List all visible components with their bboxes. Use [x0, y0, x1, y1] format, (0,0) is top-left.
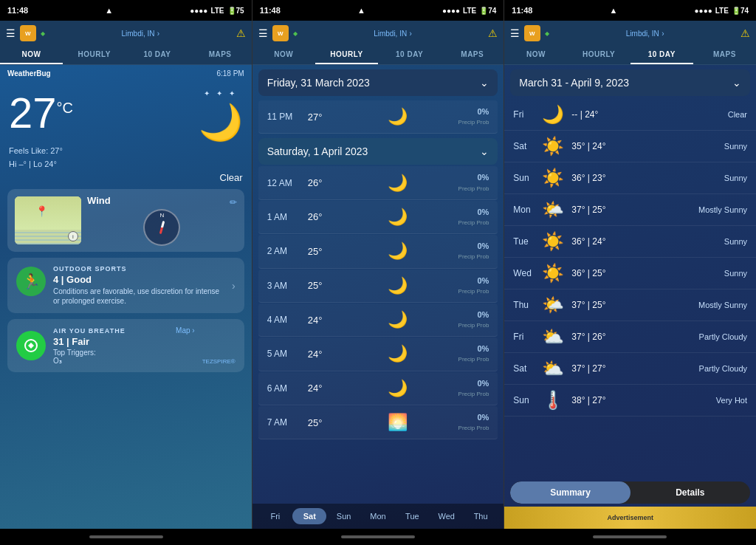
gps-dot-2: ◆ — [293, 30, 298, 37]
hourly-row-4am: 4 AM 24° 🌙 0% Precip Prob — [258, 304, 498, 337]
home-bar-1 — [89, 535, 163, 538]
hourly-scroll[interactable]: Friday, 31 March 2023 ⌄ 11 PM 27° 🌙 0% P… — [252, 65, 504, 504]
section2-chevron[interactable]: ⌄ — [480, 145, 489, 157]
warning-icon-2[interactable]: ⚠ — [488, 27, 498, 39]
day-sun[interactable]: Sun — [326, 508, 360, 524]
tenday-condition: Sunny — [724, 142, 747, 151]
tab-10day-1[interactable]: 10 DAY — [126, 46, 188, 64]
wind-label: Wind — [87, 195, 111, 206]
hourly-precip-11pm: 0% Precip Prob — [458, 107, 489, 126]
air-icon — [16, 331, 46, 360]
tenday-temps: 35° | 24° — [567, 141, 724, 151]
tab-10day-3[interactable]: 10 DAY — [630, 46, 693, 64]
location-label-3[interactable]: Limbdi, IN › — [554, 28, 736, 38]
tenday-chevron[interactable]: ⌄ — [732, 77, 741, 89]
lte-label-1: LTE — [210, 7, 224, 15]
tab-hourly-3[interactable]: HOURLY — [568, 46, 630, 64]
section1-chevron[interactable]: ⌄ — [480, 77, 489, 89]
tab-now-1[interactable]: NOW — [0, 46, 63, 64]
now-condition: Clear — [0, 172, 252, 183]
outdoor-sports-card[interactable]: 🏃 OUTDOOR SPORTS 4 | Good Conditions are… — [7, 258, 244, 313]
edit-icon[interactable]: ✏ — [230, 197, 237, 208]
day-tue[interactable]: Tue — [395, 508, 429, 524]
warning-icon-1[interactable]: ⚠ — [236, 27, 246, 39]
tenday-row-fri1: Fri 🌙 -- | 24° Clear — [504, 99, 756, 131]
tenday-icon: ⛅ — [539, 358, 567, 379]
air-sponsor-logo: TEZSPIRE® — [202, 358, 236, 365]
tab-bar-1: NOW HOURLY 10 DAY MAPS — [0, 46, 252, 65]
tab-now-2[interactable]: NOW — [252, 46, 315, 64]
weather-stars: ✦ ✦ ✦ — [204, 89, 237, 97]
now-details: Feels Like: 27° Hi –° | Lo 24° — [0, 143, 252, 172]
tab-hourly-2[interactable]: HOURLY — [315, 46, 378, 64]
tenday-icon: ☀️ — [539, 263, 567, 284]
status-right-3: ●●●● LTE 🔋74 — [695, 7, 749, 15]
day-wed[interactable]: Wed — [430, 508, 464, 524]
tenday-scroll[interactable]: Fri 🌙 -- | 24° Clear Sat ☀️ 35° | 24° Su… — [504, 99, 756, 479]
battery-1: 🔋75 — [227, 7, 244, 15]
status-right-1: ●●●● LTE 🔋75 — [190, 7, 244, 15]
hourly-section2-header: Saturday, 1 April 2023 ⌄ — [258, 138, 498, 165]
tenday-icon: 🌤️ — [539, 199, 567, 220]
hourly-precip: 0% Precip Prob — [458, 276, 489, 295]
tab-now-3[interactable]: NOW — [504, 46, 567, 64]
tab-maps-1[interactable]: MAPS — [189, 46, 252, 64]
menu-icon-2[interactable]: ☰ — [258, 27, 268, 39]
warning-icon-3[interactable]: ⚠ — [740, 27, 750, 39]
air-quality-card[interactable]: AIR YOU BREATHE Map › 31 | Fair Top Trig… — [7, 319, 244, 372]
menu-icon-1[interactable]: ☰ — [6, 27, 16, 39]
summary-details-bar: Summary Details — [510, 481, 750, 504]
time-3: 11:48 — [512, 6, 532, 15]
location-label-1[interactable]: Limbdi, IN › — [49, 28, 232, 38]
tenday-condition: Very Hot — [716, 396, 747, 405]
hourly-row-1am: 1 AM 26° 🌙 0% Precip Prob — [258, 201, 498, 234]
details-button[interactable]: Details — [630, 481, 750, 504]
summary-button[interactable]: Summary — [510, 481, 630, 504]
now-app-bar: WeatherBug 6:18 PM — [0, 65, 252, 79]
location-label-2[interactable]: Limbdi, IN › — [302, 28, 484, 38]
tab-maps-3[interactable]: MAPS — [693, 46, 756, 64]
tab-hourly-1[interactable]: HOURLY — [63, 46, 126, 64]
tenday-icon: ☀️ — [539, 231, 567, 252]
hourly-temp-11pm: 27° — [308, 112, 337, 123]
wind-map[interactable]: 📍 i — [15, 196, 81, 244]
hourly-header: ☰ W ◆ Limbdi, IN › ⚠ — [252, 21, 504, 46]
tenday-row-sun2: Sun 🌡️ 38° | 27° Very Hot — [504, 385, 756, 417]
day-thu[interactable]: Thu — [464, 508, 498, 524]
hourly-temp: 24° — [308, 315, 337, 326]
weatherbug-logo-3: W — [524, 25, 540, 41]
hourly-temp: 25° — [308, 246, 337, 257]
status-bar: 11:48 ▲ ●●●● LTE 🔋75 11:48 ▲ ●●●● LTE 🔋7… — [0, 0, 756, 21]
menu-icon-3[interactable]: ☰ — [510, 27, 520, 39]
hourly-icon-11pm: 🌙 — [337, 107, 458, 126]
hi-lo: Hi –° | Lo 24° — [9, 158, 243, 171]
home-indicator-bar — [0, 529, 756, 545]
tenday-temps: 37° | 26° — [567, 332, 698, 342]
home-indicator-3 — [504, 529, 756, 545]
ad-text: Advertisement — [607, 514, 653, 521]
tenday-title: March 31 - April 9, 2023 — [519, 77, 629, 89]
air-map-link[interactable]: Map › — [176, 326, 195, 335]
signal-dots-1: ●●●● — [190, 7, 207, 15]
weatherbug-logo-1: W — [20, 25, 36, 41]
hourly-precip: 0% Precip Prob — [458, 310, 489, 329]
tab-bar-3: NOW HOURLY 10 DAY MAPS — [504, 46, 756, 65]
hourly-time-11pm: 11 PM — [267, 112, 308, 122]
tenday-condition: Partly Cloudy — [699, 332, 747, 341]
day-fri[interactable]: Fri — [258, 508, 292, 524]
tab-maps-2[interactable]: MAPS — [441, 46, 504, 64]
outdoor-chevron[interactable]: › — [232, 280, 236, 292]
tenday-condition: Mostly Sunny — [698, 205, 747, 214]
tenday-icon: ☀️ — [539, 168, 567, 188]
air-trigger-item: O₃ — [53, 357, 195, 365]
tenday-temps: 36° | 24° — [567, 236, 724, 247]
tenday-temps: 38° | 27° — [567, 395, 715, 405]
tenday-row-mon: Mon 🌤️ 37° | 25° Mostly Sunny — [504, 194, 756, 226]
signal-dots-2: ●●●● — [442, 7, 460, 15]
tenday-day: Tue — [513, 236, 539, 247]
day-mon[interactable]: Mon — [361, 508, 395, 524]
tab-10day-2[interactable]: 10 DAY — [378, 46, 441, 64]
tenday-temps: 36° | 23° — [567, 173, 724, 183]
outdoor-icon: 🏃 — [16, 267, 46, 296]
day-sat[interactable]: Sat — [292, 508, 326, 524]
